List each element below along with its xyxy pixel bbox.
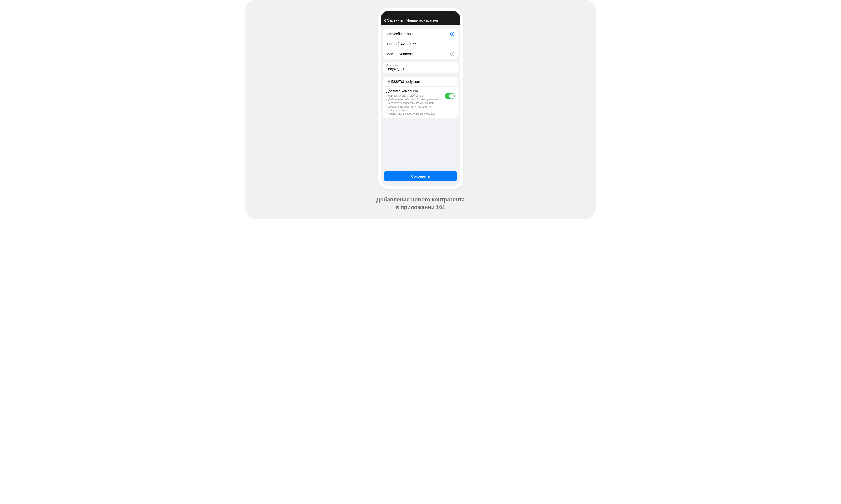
access-description: Доступ в компанию Подрядчику станут дост… <box>387 89 442 115</box>
content: Алексей Петров +7 (938) 440-07-56 Мастер… <box>381 25 460 168</box>
access-card: rkh58827@cuoly.com Доступ в компанию Под… <box>383 77 458 119</box>
phone-screen: Отменить Новый контрагент Алексей Петров <box>381 11 460 186</box>
access-item: Добавление событий «Отчёт» для отчетов о… <box>387 98 442 105</box>
outer-frame: Отменить Новый контрагент Алексей Петров <box>245 0 596 219</box>
svg-point-1 <box>452 33 453 34</box>
back-label: Отменить <box>387 18 403 22</box>
contact-icon[interactable] <box>450 32 454 36</box>
caption-line-1: Добавление нового контрагента <box>376 196 465 204</box>
name-value: Алексей Петров <box>387 32 413 36</box>
help-icon[interactable] <box>450 52 454 56</box>
category-card[interactable]: Категория Подрядчик <box>383 62 458 73</box>
access-item: Прайс-лист с себестоимостью без цен. <box>387 112 442 115</box>
back-button[interactable]: Отменить <box>384 18 403 22</box>
name-row[interactable]: Алексей Петров <box>383 29 458 39</box>
access-title: Доступ в компанию <box>387 89 442 93</box>
contact-card: Алексей Петров +7 (938) 440-07-56 Мастер… <box>383 29 458 59</box>
svg-point-3 <box>452 55 452 55</box>
phone-value: +7 (938) 440-07-56 <box>387 42 416 46</box>
page-title: Новый контрагент <box>407 18 439 22</box>
category-value: Подрядчик <box>387 67 454 71</box>
email-value: rkh58827@cuoly.com <box>387 80 420 84</box>
chevron-left-icon <box>384 18 387 22</box>
email-row[interactable]: rkh58827@cuoly.com <box>383 77 458 87</box>
caption-line-2: в приложении 101 <box>376 204 465 212</box>
access-toggle[interactable] <box>445 93 454 99</box>
save-button[interactable]: Сохранить <box>384 171 457 181</box>
phone-frame: Отменить Новый контрагент Алексей Петров <box>378 8 463 189</box>
caption: Добавление нового контрагента в приложен… <box>376 196 465 212</box>
access-item: Добавление событий «Перевод» и «Поступле… <box>387 105 442 112</box>
access-subtitle: Подрядчику станут доступны: <box>387 94 442 97</box>
footer: Сохранить <box>381 168 460 186</box>
role-row[interactable]: Мастер универсал <box>383 49 458 59</box>
navbar: Отменить Новый контрагент <box>381 11 460 25</box>
category-label: Категория <box>387 64 454 67</box>
access-list: Добавление событий «Отчёт» для отчетов о… <box>387 98 442 115</box>
phone-row[interactable]: +7 (938) 440-07-56 <box>383 39 458 49</box>
access-row: Доступ в компанию Подрядчику станут дост… <box>383 87 458 119</box>
role-value: Мастер универсал <box>387 52 417 56</box>
